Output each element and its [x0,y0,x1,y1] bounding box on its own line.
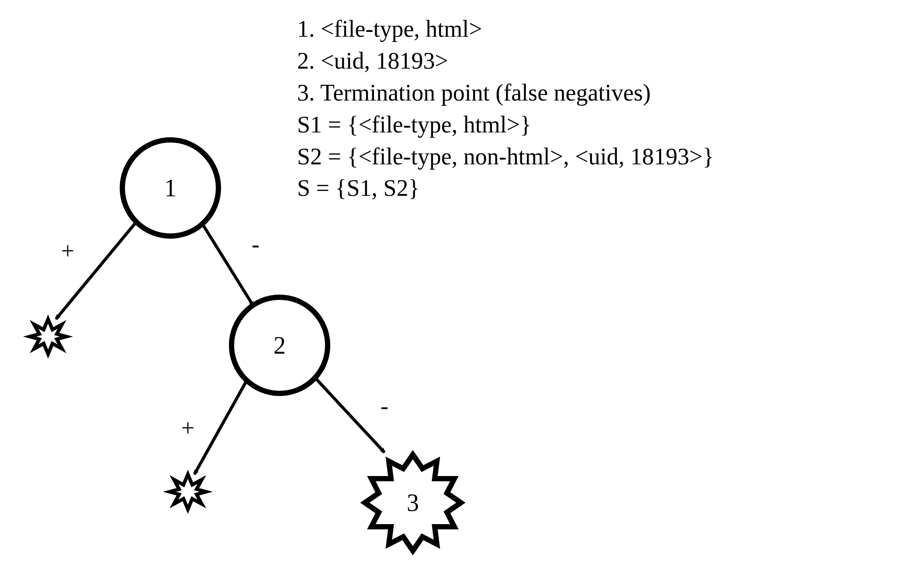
edge-n2-right-label: - [381,393,388,419]
leaf-burst-2 [170,474,206,509]
node-3-label: 3 [407,489,419,516]
edge-n2-left [194,380,247,474]
node-2-label: 2 [273,332,286,359]
node-1-label: 1 [164,174,176,202]
leaf-burst-1 [30,319,66,354]
edge-n1-right-label: - [252,231,260,257]
edge-n2-right [315,378,384,452]
decision-tree-diagram: 1. <file-type, html> 2. <uid, 18193> 3. … [0,0,924,584]
edge-n1-left [56,223,135,319]
edge-n1-left-label: + [61,238,74,264]
edge-n2-left-label: + [181,415,194,441]
tree-svg: 1 + - 2 + - 3 [0,0,924,584]
edge-n1-right [203,225,253,306]
